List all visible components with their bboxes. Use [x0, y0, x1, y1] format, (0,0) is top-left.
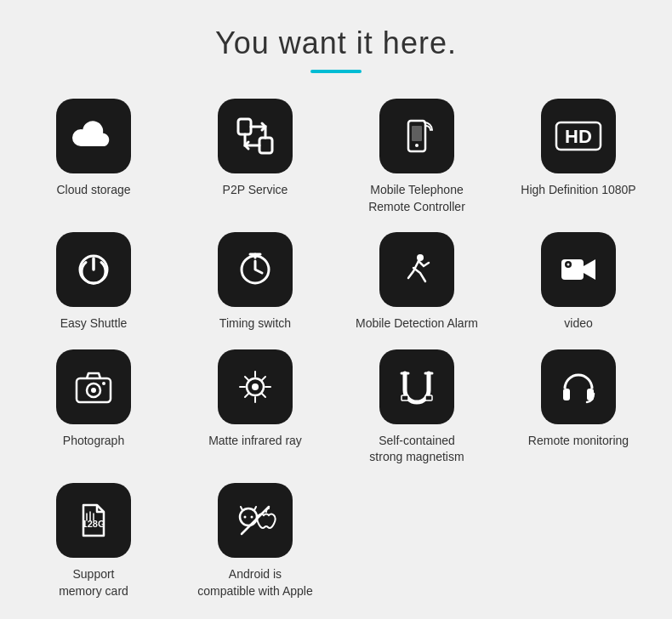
svg-rect-10: [561, 259, 584, 280]
svg-line-25: [262, 394, 265, 397]
svg-rect-30: [401, 395, 408, 400]
easy-shuttle-label: Easy Shuttle: [60, 315, 128, 332]
p2p-label: P2P Service: [223, 182, 288, 199]
mobile-telephone-label: Mobile TelephoneRemote Controller: [368, 182, 465, 215]
svg-rect-31: [425, 395, 432, 400]
svg-point-19: [252, 383, 259, 390]
detection-icon: [395, 247, 439, 292]
svg-line-43: [241, 507, 242, 510]
feature-android-apple: Android iscompatible with Apple: [179, 483, 332, 599]
camera-icon: [71, 365, 116, 409]
feature-p2p: P2P Service: [179, 99, 332, 215]
svg-line-44: [254, 507, 256, 510]
video-label: video: [564, 315, 592, 332]
feature-memory-card: 128G Supportmemory card: [17, 483, 170, 599]
mobile-icon-box: [379, 99, 454, 173]
p2p-icon: [233, 114, 277, 158]
headphones-icon: [556, 365, 601, 409]
features-grid: Cloud storage P2P Service: [17, 99, 655, 599]
remote-monitoring-label: Remote monitoring: [528, 433, 629, 450]
cloud-icon: [72, 119, 115, 153]
easy-shuttle-icon-box: [56, 232, 131, 307]
feature-infrared: Matte infrared ray: [179, 349, 332, 466]
svg-marker-11: [584, 259, 595, 280]
svg-point-42: [251, 515, 253, 518]
android-apple-icon-box: [218, 483, 293, 558]
infrared-icon: [233, 365, 277, 409]
svg-line-24: [245, 377, 248, 380]
cloud-storage-label: Cloud storage: [56, 182, 130, 199]
svg-line-26: [262, 377, 265, 380]
svg-point-16: [91, 388, 96, 393]
memory-card-label: Supportmemory card: [59, 566, 128, 599]
p2p-icon-box: [218, 99, 293, 173]
hd-icon-box: HD: [541, 99, 616, 173]
title-underline: [310, 70, 362, 73]
feature-hd: HD High Definition 1080P: [502, 99, 655, 215]
timer-icon: [233, 247, 277, 292]
feature-easy-shuttle: Easy Shuttle: [17, 232, 170, 332]
mobile-icon: [395, 114, 439, 158]
feature-mobile-telephone: Mobile TelephoneRemote Controller: [340, 99, 493, 215]
svg-point-13: [567, 264, 570, 266]
timing-icon-box: [218, 232, 293, 307]
svg-point-17: [102, 382, 105, 385]
remote-monitoring-icon-box: [541, 349, 616, 424]
android-apple-label: Android iscompatible with Apple: [197, 566, 312, 599]
svg-rect-0: [238, 119, 251, 134]
svg-text:HD: HD: [565, 126, 592, 147]
svg-point-41: [244, 515, 247, 518]
hd-label: High Definition 1080P: [521, 182, 635, 199]
magnet-icon: [395, 365, 439, 409]
feature-magnet: Self-containedstrong magnetism: [340, 349, 493, 466]
feature-photograph: Photograph: [17, 349, 170, 466]
magnet-label: Self-containedstrong magnetism: [369, 433, 464, 466]
power-icon: [71, 247, 116, 292]
feature-video: video: [502, 232, 655, 332]
page-title: You want it here.: [215, 26, 457, 61]
feature-cloud-storage: Cloud storage: [17, 99, 170, 215]
video-icon-box: [541, 232, 616, 307]
magnet-icon-box: [379, 349, 454, 424]
memory-card-icon-box: 128G: [56, 483, 131, 558]
timing-label: Timing switch: [219, 315, 291, 332]
infrared-label: Matte infrared ray: [208, 433, 302, 450]
photograph-label: Photograph: [63, 433, 124, 450]
svg-rect-34: [563, 389, 570, 400]
android-apple-icon: [233, 498, 277, 542]
feature-remote-monitoring: Remote monitoring: [502, 349, 655, 466]
detection-icon-box: [379, 232, 454, 307]
photograph-icon-box: [56, 349, 131, 424]
svg-line-27: [245, 394, 248, 397]
svg-point-9: [417, 254, 424, 261]
svg-rect-1: [259, 138, 272, 153]
svg-point-4: [415, 144, 419, 147]
video-icon: [556, 247, 601, 292]
svg-point-40: [240, 508, 257, 525]
feature-timing: Timing switch: [179, 232, 332, 332]
sdcard-icon: 128G: [71, 498, 116, 542]
svg-rect-3: [412, 126, 422, 141]
feature-detection: Mobile Detection Alarm: [340, 232, 493, 332]
hd-icon: HD: [553, 119, 604, 153]
cloud-storage-icon-box: [56, 99, 131, 173]
detection-label: Mobile Detection Alarm: [356, 315, 478, 332]
infrared-icon-box: [218, 349, 293, 424]
